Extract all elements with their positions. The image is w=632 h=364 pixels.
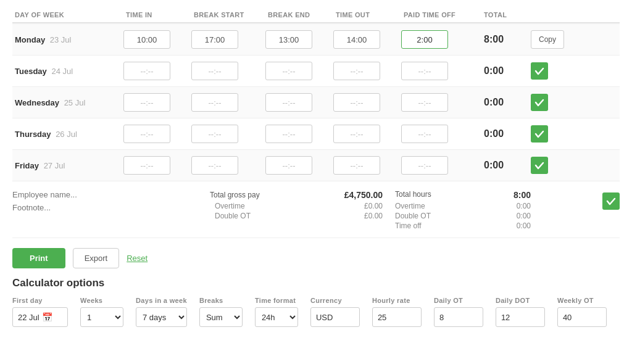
header-time-in: TIME IN — [123, 11, 191, 19]
time-out-input[interactable] — [333, 93, 380, 112]
hourly-rate-input[interactable] — [372, 307, 422, 327]
total-cell: 0:00 — [481, 128, 531, 139]
footnote-input[interactable] — [12, 203, 210, 212]
checkmark-icon — [534, 129, 544, 139]
pto-cell — [401, 93, 481, 112]
day-label: Monday 23 Jul — [12, 35, 123, 44]
first-day-input[interactable]: 22 Jul 📅 — [12, 307, 68, 327]
total-hours-label: Total hours — [395, 190, 431, 200]
weekly-ot-input[interactable] — [557, 307, 607, 327]
table-row: Friday 27 Jul 0:00 — [12, 150, 620, 181]
daily-dot-label: Daily DOT — [496, 297, 545, 304]
time-in-input[interactable] — [123, 93, 170, 112]
summary-section: Total gross pay £4,750.00 Overtime £0.00… — [12, 181, 620, 238]
pto-cell — [401, 125, 481, 143]
action-buttons: Print Export Reset — [12, 238, 620, 277]
header-time-out: TIME OUT — [333, 11, 401, 19]
copy-button[interactable]: Copy — [531, 30, 564, 49]
currency-field: Currency — [310, 297, 360, 327]
daily-dot-field: Daily DOT — [496, 297, 545, 327]
break-end-cell — [265, 156, 333, 175]
action-cell — [531, 125, 580, 143]
employee-name-input[interactable] — [12, 190, 210, 199]
gross-pay-value: £4,750.00 — [344, 190, 383, 200]
break-end-cell — [265, 62, 333, 80]
time-out-cell — [333, 62, 401, 80]
row-check-button[interactable] — [531, 125, 548, 143]
day-label: Friday 27 Jul — [12, 161, 123, 170]
break-start-input[interactable] — [191, 156, 238, 175]
pay-summary: Total gross pay £4,750.00 Overtime £0.00… — [210, 190, 383, 221]
days-select[interactable]: 7 days 5 days 6 days — [136, 307, 187, 327]
checkmark-icon — [534, 97, 544, 107]
break-start-input[interactable] — [191, 30, 238, 49]
total-hours-value: 8:00 — [514, 190, 531, 200]
total-cell: 0:00 — [481, 97, 531, 108]
daily-ot-input[interactable] — [434, 307, 483, 327]
time-out-input[interactable] — [333, 30, 380, 49]
break-start-input[interactable] — [191, 125, 238, 143]
time-in-cell — [123, 125, 191, 143]
daily-ot-field: Daily OT — [434, 297, 483, 327]
calc-title: Calculator options — [12, 277, 620, 289]
overtime-pay-label: Overtime — [210, 202, 245, 210]
pto-input[interactable] — [401, 156, 448, 175]
break-start-input[interactable] — [191, 93, 238, 112]
time-in-cell — [123, 62, 191, 80]
break-end-input[interactable] — [265, 156, 312, 175]
time-rows: Monday 23 Jul 8:00 Copy — [12, 23, 620, 181]
hourly-rate-field: Hourly rate — [372, 297, 422, 327]
currency-input[interactable] — [310, 307, 360, 327]
double-ot-hours-value: 0:00 — [517, 212, 531, 220]
reset-button[interactable]: Reset — [127, 254, 148, 263]
time-out-input[interactable] — [333, 156, 380, 175]
gross-pay-label: Total gross pay — [210, 191, 260, 199]
time-in-input[interactable] — [123, 62, 170, 80]
break-start-cell — [191, 30, 265, 49]
pto-input[interactable] — [401, 62, 448, 80]
daily-dot-input[interactable] — [496, 307, 545, 327]
row-check-button[interactable] — [531, 157, 548, 174]
break-start-cell — [191, 156, 265, 175]
weekly-ot-label: Weekly OT — [557, 297, 607, 304]
summary-check-button[interactable] — [602, 192, 620, 210]
time-in-input[interactable] — [123, 30, 170, 49]
time-out-input[interactable] — [333, 62, 380, 80]
row-check-button[interactable] — [531, 62, 548, 80]
row-check-button[interactable] — [531, 94, 548, 111]
time-in-cell — [123, 30, 191, 49]
header-pto: PAID TIME OFF — [401, 11, 481, 19]
time-format-select[interactable]: 24h 12h — [255, 307, 298, 327]
action-cell — [531, 62, 580, 80]
breaks-select[interactable]: Sum None — [199, 307, 243, 327]
time-out-input[interactable] — [333, 125, 380, 143]
action-cell — [531, 157, 580, 174]
time-in-input[interactable] — [123, 125, 170, 143]
time-in-input[interactable] — [123, 156, 170, 175]
break-start-cell — [191, 62, 265, 80]
pto-input[interactable] — [401, 125, 448, 143]
hours-summary: Total hours 8:00 Overtime 0:00 Double OT… — [395, 190, 531, 231]
break-start-cell — [191, 125, 265, 143]
break-start-cell — [191, 93, 265, 112]
break-start-input[interactable] — [191, 62, 238, 80]
export-button[interactable]: Export — [73, 248, 120, 268]
break-end-input[interactable] — [265, 62, 312, 80]
table-row: Monday 23 Jul 8:00 Copy — [12, 24, 620, 56]
break-end-cell — [265, 125, 333, 143]
first-day-label: First day — [12, 297, 68, 304]
break-end-input[interactable] — [265, 125, 312, 143]
currency-label: Currency — [310, 297, 360, 304]
header-break-start: BREAK START — [191, 11, 265, 19]
break-end-input[interactable] — [265, 93, 312, 112]
overtime-pay-value: £0.00 — [364, 202, 383, 210]
break-end-cell — [265, 30, 333, 49]
table-row: Thursday 26 Jul 0:00 — [12, 118, 620, 150]
pto-input[interactable] — [401, 30, 448, 49]
day-label: Wednesday 25 Jul — [12, 98, 123, 107]
pto-input[interactable] — [401, 93, 448, 112]
hourly-rate-label: Hourly rate — [372, 297, 422, 304]
print-button[interactable]: Print — [12, 248, 65, 268]
break-end-input[interactable] — [265, 30, 312, 49]
weeks-select[interactable]: 1 2 3 4 — [80, 307, 123, 327]
